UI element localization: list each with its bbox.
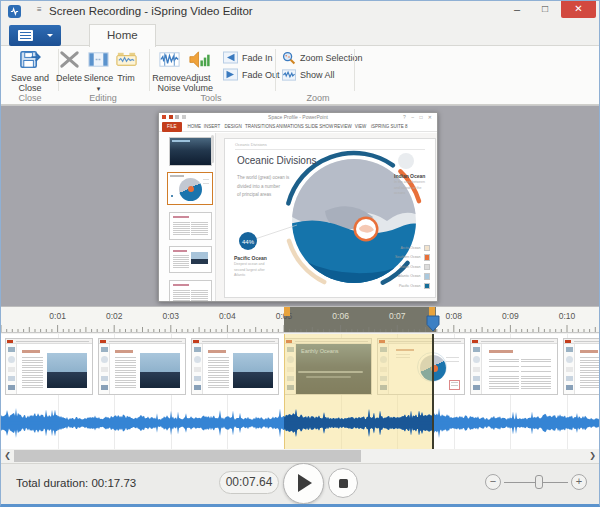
pacific-ocean-label: Pacific Ocean <box>234 255 267 261</box>
zoom-selection-button[interactable]: Zoom Selection <box>282 51 363 65</box>
group-zoom-label: Zoom <box>282 93 354 103</box>
fade-out-icon <box>223 68 238 81</box>
slide-legend: Arctic OceanSouthern OceanIndian OceanAt… <box>395 243 430 291</box>
ppt-tab-slide-show[interactable]: SLIDE SHOW <box>305 122 333 132</box>
scroll-left-icon[interactable]: ❮ <box>1 449 14 463</box>
ppt-slide-thumbnail-5[interactable]: 5 <box>169 280 212 301</box>
title-bar: ≡ Screen Recording - iSpring Video Edito… <box>1 1 599 23</box>
delete-icon <box>58 48 81 71</box>
slide-title: Oceanic Divisions <box>237 155 316 166</box>
indian-ocean-label: Indian Ocean <box>394 173 425 179</box>
app-icon <box>8 5 21 18</box>
scrollbar-thumb[interactable] <box>14 450 361 462</box>
window-title: Screen Recording - iSpring Video Editor <box>49 5 253 17</box>
ppt-slide-thumbnail-4[interactable]: 4 <box>169 246 212 273</box>
show-all-icon <box>282 68 296 82</box>
trim-button[interactable]: Trim <box>111 48 141 83</box>
ppt-window-buttons: ? – □ ✕ <box>403 114 434 120</box>
timeline-filmstrip[interactable]: Earthly Oceans <box>1 334 599 401</box>
current-time: 00:07.64 <box>219 471 279 494</box>
ppt-tab-file[interactable]: FILE <box>162 122 182 132</box>
timeline-scrollbar[interactable]: ❮ ❯ <box>1 449 599 463</box>
group-editing-label: Editing <box>58 93 148 103</box>
play-icon <box>298 474 312 492</box>
silence-icon <box>87 48 110 71</box>
adjust-volume-icon <box>187 48 210 71</box>
selection-start-handle[interactable] <box>284 307 290 316</box>
app-menu-icon <box>18 30 33 41</box>
audio-waveform <box>1 401 599 449</box>
ppt-tab-animations[interactable]: ANIMATIONS <box>276 122 304 132</box>
quick-access-icon[interactable]: ≡ <box>37 5 42 14</box>
filmstrip-thumbnail-2[interactable] <box>98 338 186 395</box>
stop-button[interactable] <box>328 468 358 498</box>
filmstrip-thumbnail-7[interactable] <box>563 338 599 395</box>
ppt-tab-design[interactable]: DESIGN <box>224 122 241 132</box>
app-menu-button[interactable] <box>9 25 61 46</box>
group-close-label: Close <box>6 93 54 103</box>
fade-in-icon <box>223 51 238 64</box>
fade-in-button[interactable]: Fade In <box>223 51 273 64</box>
video-editor-window: ≡ Screen Recording - iSpring Video Edito… <box>0 0 600 507</box>
zoom-slider-thumb[interactable] <box>535 475 543 489</box>
scroll-right-icon[interactable]: ❯ <box>586 449 599 463</box>
playhead-marker[interactable] <box>426 315 440 332</box>
ribbon-tab-row: Home <box>1 23 599 46</box>
ppt-current-slide: Oceanic Divisions 44% Oceanic Divisions … <box>224 138 436 298</box>
play-button[interactable] <box>283 463 324 504</box>
adjust-volume-button[interactable]: AdjustVolume <box>176 48 220 93</box>
close-button[interactable]: ✕ <box>561 1 596 18</box>
powerpoint-preview: Space Profile - PowerPoint ? – □ ✕ FILEH… <box>158 112 438 302</box>
fade-out-button[interactable]: Fade Out <box>223 68 280 81</box>
zoom-in-button[interactable]: + <box>571 474 587 490</box>
ppt-tab-transitions[interactable]: TRANSITIONS <box>245 122 275 132</box>
ppt-tab-view[interactable]: VIEW <box>355 122 367 132</box>
svg-text:44%: 44% <box>242 239 255 245</box>
save-icon <box>19 48 42 71</box>
maximize-button[interactable]: □ <box>533 1 557 19</box>
show-all-button[interactable]: Show All <box>282 68 335 82</box>
ppt-slide-thumbnail-1[interactable]: 1 <box>169 137 212 166</box>
ppt-slide-thumbnail-2[interactable]: 2 <box>167 172 213 205</box>
ppt-window-title: Space Profile - PowerPoint <box>159 114 437 120</box>
filmstrip-selection <box>284 334 433 401</box>
ppt-tab-review[interactable]: REVIEW <box>334 122 352 132</box>
ppt-ribbon-tabs: FILEHOMEINSERTDESIGNTRANSITIONSANIMATION… <box>159 121 437 132</box>
ppt-slide-thumbnail-3[interactable]: 3 <box>169 212 212 240</box>
stop-icon <box>339 479 348 488</box>
filmstrip-thumbnail-1[interactable] <box>5 338 93 395</box>
minimize-button[interactable]: – <box>505 1 529 19</box>
video-preview-area: Space Profile - PowerPoint ? – □ ✕ FILEH… <box>1 105 599 306</box>
trim-icon <box>115 48 138 71</box>
filmstrip-thumbnail-3[interactable] <box>191 338 279 395</box>
ppt-tab-insert[interactable]: INSERT <box>204 122 220 132</box>
slide-subtitle: The world (great) ocean isdivided into a… <box>237 174 289 200</box>
timeline-waveform[interactable] <box>1 401 599 449</box>
zoom-slider: − + <box>485 474 587 491</box>
group-tools-label: Tools <box>149 93 273 103</box>
ppt-tab-ispring-suite-8[interactable]: iSPRING SUITE 8 <box>371 122 408 132</box>
save-and-close-button[interactable]: Save andClose <box>6 48 54 93</box>
chevron-down-icon <box>47 34 53 40</box>
zoom-selection-icon <box>282 51 296 65</box>
timeline-ruler[interactable]: 0:010:020:030:040:050:060:070:080:090:10 <box>1 306 599 333</box>
ppt-tab-home[interactable]: HOME <box>187 122 201 132</box>
total-duration: Total duration: 00:17.73 <box>16 477 136 489</box>
ppt-slide-panel: 12345 <box>159 133 216 301</box>
filmstrip-thumbnail-6[interactable] <box>470 338 558 395</box>
zoom-out-button[interactable]: − <box>485 474 501 490</box>
ribbon: Save andClose Close Delete Silence▾ <box>1 46 599 105</box>
tab-home[interactable]: Home <box>89 24 156 47</box>
transport-bar: Total duration: 00:17.73 00:07.64 − + <box>1 463 599 505</box>
